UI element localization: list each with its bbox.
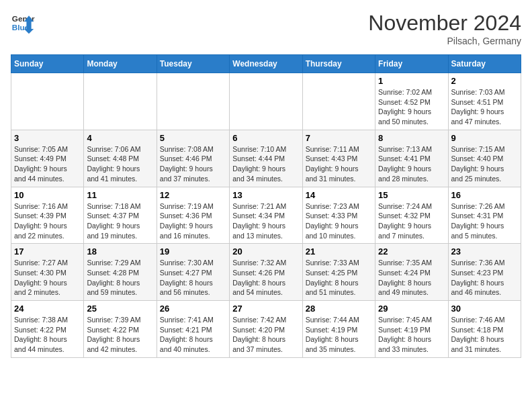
day-number: 9 <box>451 133 518 143</box>
day-info: Sunrise: 7:39 AMSunset: 4:22 PMDaylight:… <box>87 315 153 355</box>
day-info: Sunrise: 7:35 AMSunset: 4:24 PMDaylight:… <box>378 258 445 298</box>
calendar-cell: 14Sunrise: 7:23 AMSunset: 4:33 PMDayligh… <box>302 187 375 244</box>
calendar: SundayMondayTuesdayWednesdayThursdayFrid… <box>11 54 521 358</box>
calendar-cell <box>157 73 229 130</box>
calendar-week-row: 24Sunrise: 7:38 AMSunset: 4:22 PMDayligh… <box>11 301 521 358</box>
calendar-cell <box>302 73 375 130</box>
calendar-cell: 20Sunrise: 7:32 AMSunset: 4:26 PMDayligh… <box>230 244 302 301</box>
calendar-cell: 2Sunrise: 7:03 AMSunset: 4:51 PMDaylight… <box>448 73 521 130</box>
day-number: 22 <box>378 246 445 257</box>
calendar-cell: 19Sunrise: 7:30 AMSunset: 4:27 PMDayligh… <box>157 244 229 301</box>
calendar-cell <box>11 73 84 130</box>
day-info: Sunrise: 7:29 AMSunset: 4:28 PMDaylight:… <box>87 258 153 298</box>
calendar-cell: 9Sunrise: 7:15 AMSunset: 4:40 PMDaylight… <box>448 130 521 187</box>
calendar-cell: 25Sunrise: 7:39 AMSunset: 4:22 PMDayligh… <box>84 301 157 358</box>
calendar-week-row: 17Sunrise: 7:27 AMSunset: 4:30 PMDayligh… <box>11 244 521 301</box>
calendar-body: 1Sunrise: 7:02 AMSunset: 4:52 PMDaylight… <box>11 73 521 358</box>
day-info: Sunrise: 7:44 AMSunset: 4:19 PMDaylight:… <box>306 315 372 355</box>
title-block: November 2024 Pilsach, Germany <box>368 11 521 46</box>
day-info: Sunrise: 7:32 AMSunset: 4:26 PMDaylight:… <box>232 258 299 298</box>
calendar-cell: 7Sunrise: 7:11 AMSunset: 4:43 PMDaylight… <box>302 130 375 187</box>
day-number: 26 <box>160 304 226 314</box>
calendar-header-cell: Monday <box>84 55 157 73</box>
calendar-cell: 11Sunrise: 7:18 AMSunset: 4:37 PMDayligh… <box>84 187 157 244</box>
page-header: General Blue November 2024 Pilsach, Germ… <box>11 11 521 46</box>
day-info: Sunrise: 7:16 AMSunset: 4:39 PMDaylight:… <box>14 201 81 241</box>
calendar-cell: 3Sunrise: 7:05 AMSunset: 4:49 PMDaylight… <box>11 130 84 187</box>
calendar-cell: 6Sunrise: 7:10 AMSunset: 4:44 PMDaylight… <box>230 130 302 187</box>
calendar-week-row: 10Sunrise: 7:16 AMSunset: 4:39 PMDayligh… <box>11 187 521 244</box>
calendar-header-cell: Friday <box>375 55 448 73</box>
day-number: 24 <box>14 304 81 314</box>
calendar-cell: 4Sunrise: 7:06 AMSunset: 4:48 PMDaylight… <box>84 130 157 187</box>
calendar-cell: 16Sunrise: 7:26 AMSunset: 4:31 PMDayligh… <box>448 187 521 244</box>
day-info: Sunrise: 7:42 AMSunset: 4:20 PMDaylight:… <box>232 315 299 355</box>
day-info: Sunrise: 7:36 AMSunset: 4:23 PMDaylight:… <box>451 258 518 298</box>
day-number: 3 <box>14 133 81 143</box>
day-number: 23 <box>451 246 518 257</box>
day-info: Sunrise: 7:18 AMSunset: 4:37 PMDaylight:… <box>87 201 153 241</box>
day-info: Sunrise: 7:46 AMSunset: 4:18 PMDaylight:… <box>451 315 518 355</box>
calendar-header-cell: Thursday <box>302 55 375 73</box>
calendar-cell: 29Sunrise: 7:45 AMSunset: 4:19 PMDayligh… <box>375 301 448 358</box>
calendar-header-cell: Tuesday <box>157 55 229 73</box>
calendar-cell: 27Sunrise: 7:42 AMSunset: 4:20 PMDayligh… <box>230 301 302 358</box>
location: Pilsach, Germany <box>368 36 521 46</box>
day-number: 7 <box>306 133 372 143</box>
calendar-cell: 8Sunrise: 7:13 AMSunset: 4:41 PMDaylight… <box>375 130 448 187</box>
day-info: Sunrise: 7:11 AMSunset: 4:43 PMDaylight:… <box>306 144 372 184</box>
day-info: Sunrise: 7:03 AMSunset: 4:51 PMDaylight:… <box>451 87 518 127</box>
calendar-cell: 17Sunrise: 7:27 AMSunset: 4:30 PMDayligh… <box>11 244 84 301</box>
calendar-cell: 24Sunrise: 7:38 AMSunset: 4:22 PMDayligh… <box>11 301 84 358</box>
day-info: Sunrise: 7:45 AMSunset: 4:19 PMDaylight:… <box>378 315 445 355</box>
day-info: Sunrise: 7:13 AMSunset: 4:41 PMDaylight:… <box>378 144 445 184</box>
calendar-cell: 23Sunrise: 7:36 AMSunset: 4:23 PMDayligh… <box>448 244 521 301</box>
day-info: Sunrise: 7:23 AMSunset: 4:33 PMDaylight:… <box>306 201 372 241</box>
day-info: Sunrise: 7:26 AMSunset: 4:31 PMDaylight:… <box>451 201 518 241</box>
day-number: 17 <box>14 246 81 257</box>
day-number: 16 <box>451 190 518 200</box>
day-number: 19 <box>160 246 226 257</box>
day-info: Sunrise: 7:30 AMSunset: 4:27 PMDaylight:… <box>160 258 226 298</box>
calendar-cell <box>84 73 157 130</box>
calendar-cell: 28Sunrise: 7:44 AMSunset: 4:19 PMDayligh… <box>302 301 375 358</box>
day-number: 15 <box>378 190 445 200</box>
calendar-header-cell: Sunday <box>11 55 84 73</box>
calendar-cell: 13Sunrise: 7:21 AMSunset: 4:34 PMDayligh… <box>230 187 302 244</box>
calendar-week-row: 1Sunrise: 7:02 AMSunset: 4:52 PMDaylight… <box>11 73 521 130</box>
day-info: Sunrise: 7:06 AMSunset: 4:48 PMDaylight:… <box>87 144 153 184</box>
day-number: 8 <box>378 133 445 143</box>
calendar-cell: 12Sunrise: 7:19 AMSunset: 4:36 PMDayligh… <box>157 187 229 244</box>
calendar-cell: 10Sunrise: 7:16 AMSunset: 4:39 PMDayligh… <box>11 187 84 244</box>
day-number: 28 <box>306 304 372 314</box>
calendar-header-row: SundayMondayTuesdayWednesdayThursdayFrid… <box>11 55 521 73</box>
day-number: 5 <box>160 133 226 143</box>
calendar-cell: 15Sunrise: 7:24 AMSunset: 4:32 PMDayligh… <box>375 187 448 244</box>
calendar-cell: 5Sunrise: 7:08 AMSunset: 4:46 PMDaylight… <box>157 130 229 187</box>
day-number: 10 <box>14 190 81 200</box>
day-info: Sunrise: 7:41 AMSunset: 4:21 PMDaylight:… <box>160 315 226 355</box>
calendar-cell: 26Sunrise: 7:41 AMSunset: 4:21 PMDayligh… <box>157 301 229 358</box>
svg-text:General: General <box>12 14 35 23</box>
day-number: 12 <box>160 190 226 200</box>
day-info: Sunrise: 7:24 AMSunset: 4:32 PMDaylight:… <box>378 201 445 241</box>
logo: General Blue <box>11 11 35 35</box>
calendar-cell <box>230 73 302 130</box>
calendar-cell: 22Sunrise: 7:35 AMSunset: 4:24 PMDayligh… <box>375 244 448 301</box>
day-number: 25 <box>87 304 153 314</box>
day-number: 30 <box>451 304 518 314</box>
day-info: Sunrise: 7:33 AMSunset: 4:25 PMDaylight:… <box>306 258 372 298</box>
logo-icon: General Blue <box>11 11 35 35</box>
calendar-cell: 30Sunrise: 7:46 AMSunset: 4:18 PMDayligh… <box>448 301 521 358</box>
day-number: 11 <box>87 190 153 200</box>
day-number: 18 <box>87 246 153 257</box>
calendar-cell: 21Sunrise: 7:33 AMSunset: 4:25 PMDayligh… <box>302 244 375 301</box>
day-number: 21 <box>306 246 372 257</box>
day-number: 6 <box>232 133 299 143</box>
calendar-cell: 18Sunrise: 7:29 AMSunset: 4:28 PMDayligh… <box>84 244 157 301</box>
day-number: 2 <box>451 76 518 86</box>
day-info: Sunrise: 7:27 AMSunset: 4:30 PMDaylight:… <box>14 258 81 298</box>
day-info: Sunrise: 7:21 AMSunset: 4:34 PMDaylight:… <box>232 201 299 241</box>
day-info: Sunrise: 7:15 AMSunset: 4:40 PMDaylight:… <box>451 144 518 184</box>
day-info: Sunrise: 7:38 AMSunset: 4:22 PMDaylight:… <box>14 315 81 355</box>
